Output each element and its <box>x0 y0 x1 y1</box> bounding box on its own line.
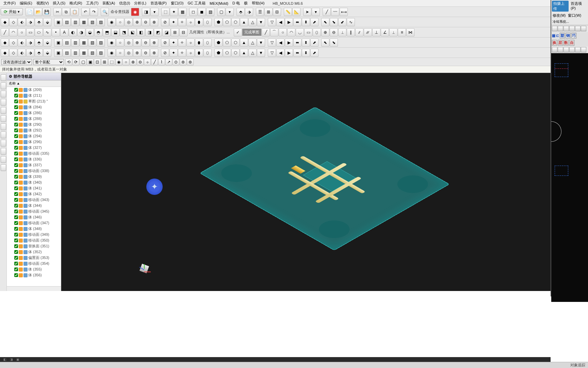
tree-checkbox[interactable] <box>14 88 18 92</box>
tb4-icon-34[interactable]: ⬌ <box>293 39 301 47</box>
tb3b-icon-3[interactable]: ○ <box>279 28 287 36</box>
tree-checkbox[interactable] <box>14 152 18 155</box>
tb4-icon-14[interactable]: ○ <box>116 39 124 47</box>
spline-icon[interactable]: ∿ <box>43 28 51 36</box>
tree-item-29[interactable]: 偏置面 (353) <box>7 255 61 261</box>
arrow-icon[interactable]: ➤ <box>303 8 311 16</box>
tree-checkbox[interactable] <box>14 262 18 265</box>
tb5-icon-2[interactable]: ◇ <box>9 49 17 57</box>
tree-checkbox[interactable] <box>14 134 18 138</box>
menu-d-dian[interactable]: D 电 <box>230 0 242 6</box>
tb4-icon-6[interactable]: ⬙ <box>43 39 51 47</box>
tb3b-icon-14[interactable]: ⊥ <box>372 28 380 36</box>
point-icon[interactable]: • <box>52 28 60 36</box>
tb4-icon-23[interactable]: ⬮ <box>195 39 203 47</box>
tb2-icon-20[interactable]: ✦ <box>169 18 178 26</box>
menu-mex-mold[interactable]: MEX(Mold) <box>208 1 230 6</box>
tree-item-10[interactable]: 体 (327) <box>7 145 61 151</box>
dim-tool-icon[interactable]: ⟷ <box>340 8 348 16</box>
tree-checkbox[interactable] <box>14 140 18 144</box>
shade-icon[interactable]: ◼ <box>198 8 206 16</box>
tb2-icon-11[interactable]: ▧ <box>88 18 96 26</box>
strip-item-2[interactable]: ◨ <box>10 358 13 361</box>
tb2-icon-33[interactable]: ▶ <box>285 18 293 26</box>
resource-tab-7[interactable] <box>1 123 6 130</box>
tree-item-4[interactable]: 体 (286) <box>7 110 61 116</box>
tree-item-14[interactable]: 移动面 (338) <box>7 168 61 174</box>
sel-icon-9[interactable]: ○ <box>122 59 129 65</box>
render-dd-icon[interactable]: ▾ <box>226 8 234 16</box>
tree-checkbox[interactable] <box>14 128 18 132</box>
resource-tab-8[interactable] <box>1 132 6 138</box>
resource-tab-12[interactable] <box>1 164 6 171</box>
tb4-icon-17[interactable]: ⊖ <box>142 39 150 47</box>
r2-icon-5[interactable] <box>575 47 581 52</box>
resource-tab-4[interactable] <box>1 99 6 106</box>
tree-checkbox[interactable] <box>14 227 18 231</box>
tb4-icon-37[interactable]: ⬉ <box>321 39 329 47</box>
tree-item-15[interactable]: 体 (339) <box>7 174 61 180</box>
tb5-icon-11[interactable]: ▧ <box>88 49 96 57</box>
tb2-icon-2[interactable]: ◇ <box>9 18 17 26</box>
tree-checkbox[interactable] <box>14 181 18 184</box>
finish-sketch-button[interactable]: 完成草图 <box>242 29 261 36</box>
tb4-icon-18[interactable]: ⊗ <box>150 39 158 47</box>
undo-icon[interactable]: ↶ <box>81 8 89 16</box>
tree-item-5[interactable]: 体 (288) <box>7 116 61 122</box>
tb5-icon-13[interactable]: ◉ <box>108 49 116 57</box>
resource-tab-10[interactable] <box>1 148 6 155</box>
sel-icon-13[interactable]: ╱ <box>151 59 158 65</box>
tb5-icon-28[interactable]: ▲ <box>240 49 248 57</box>
sel-icon-14[interactable]: ⌇ <box>158 59 165 65</box>
tb5-icon-18[interactable]: ⊗ <box>150 49 158 57</box>
menu-help[interactable]: 帮助(H) <box>250 0 266 6</box>
tree-item-30[interactable]: 移动面 (354) <box>7 261 61 266</box>
r-snap-icon[interactable]: ⊏ <box>556 33 559 38</box>
tb3b-icon-8[interactable]: ⊕ <box>321 28 329 36</box>
r-icon-3[interactable] <box>564 26 569 31</box>
tb2-icon-35[interactable]: ⬍ <box>302 18 310 26</box>
tb2-icon-39[interactable]: ⬋ <box>338 18 346 26</box>
tb3-icon-20[interactable]: ◪ <box>162 28 170 36</box>
tb4-icon-38[interactable]: ⬊ <box>330 39 338 47</box>
tree-item-11[interactable]: 移动面 (335) <box>7 151 61 156</box>
tb2-icon-24[interactable]: ⬯ <box>203 18 212 26</box>
render-style-icon[interactable]: ▢ <box>217 8 225 16</box>
sel-icon-15[interactable]: ↗ <box>165 59 172 65</box>
tb2-icon-38[interactable]: ⬊ <box>330 18 338 26</box>
arc-icon[interactable]: ◠ <box>9 28 17 36</box>
sel-icon-8[interactable]: ◉ <box>115 59 122 65</box>
tb4-icon-35[interactable]: ⬍ <box>302 39 310 47</box>
tb5-icon-29[interactable]: △ <box>248 49 257 57</box>
tb5-icon-16[interactable]: ⊕ <box>133 49 141 57</box>
strip-item-1[interactable]: ◧ <box>3 358 6 361</box>
tb4-icon-31[interactable]: ▽ <box>268 39 276 47</box>
tb2-icon-9[interactable]: ▥ <box>71 18 79 26</box>
tree-item-21[interactable]: 移动面 (345) <box>7 209 61 214</box>
tree-item-7[interactable]: 体 (292) <box>7 127 61 133</box>
sketch-finish-icon[interactable]: ✓ <box>234 28 242 36</box>
layer-icon[interactable]: ▦ <box>178 8 186 16</box>
tb2-icon-5[interactable]: ⬘ <box>35 18 43 26</box>
tb2-icon-23[interactable]: ⬮ <box>195 18 203 26</box>
sel-icon-18[interactable]: ⊛ <box>187 59 194 65</box>
tb4-icon-11[interactable]: ▧ <box>88 39 96 47</box>
tb3-icon-17[interactable]: ◧ <box>137 28 145 36</box>
tb2-icon-31[interactable]: ▽ <box>268 18 276 26</box>
menu-view[interactable]: 视图(V) <box>34 0 51 6</box>
open-file-icon[interactable]: 📂 <box>34 8 42 16</box>
tb4-icon-27[interactable]: ⬡ <box>231 39 240 47</box>
tree-item-12[interactable]: 体 (336) <box>7 156 61 162</box>
red-face-icon[interactable]: ◉ <box>131 8 139 16</box>
tree-item-23[interactable]: 移动面 (347) <box>7 220 61 226</box>
tree-checkbox[interactable] <box>14 215 18 219</box>
paste-icon[interactable]: 📋 <box>70 8 79 16</box>
tree-checkbox[interactable] <box>14 233 18 236</box>
geom-prop-label[interactable]: 几何属性（即将失效）... <box>188 30 231 35</box>
tb2-icon-3[interactable]: ⬖ <box>18 18 26 26</box>
tb2-icon-22[interactable]: ⟐ <box>186 18 195 26</box>
tb3-icon-12[interactable]: ◓ <box>94 28 102 36</box>
tb4-icon-19[interactable]: ⊘ <box>161 39 169 47</box>
sel-icon-6[interactable]: ⊞ <box>101 59 108 65</box>
tb3b-icon-17[interactable]: ≡ <box>398 28 406 36</box>
